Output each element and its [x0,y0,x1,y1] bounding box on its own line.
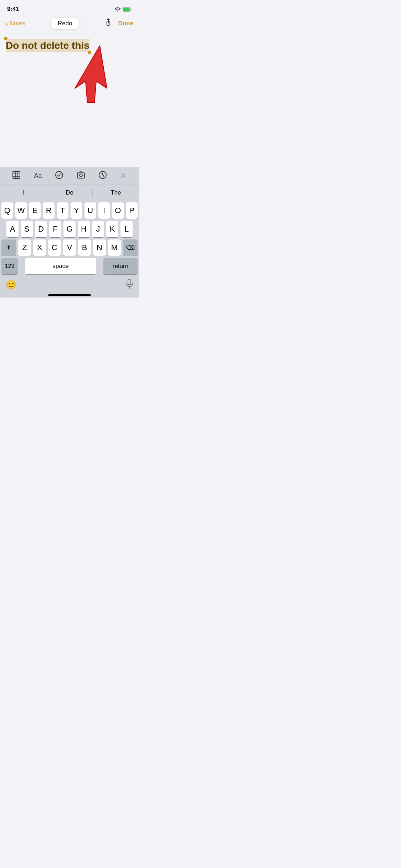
key-a[interactable]: A [6,221,19,237]
key-y[interactable]: Y [71,202,82,219]
status-time: 9:41 [7,6,19,13]
key-e[interactable]: E [29,202,41,219]
format-icon[interactable]: Aa [34,172,42,180]
key-b[interactable]: B [78,239,91,256]
selection-handle-right [88,51,91,54]
camera-icon[interactable] [77,171,85,181]
predictive-item-2[interactable]: Do [46,186,93,200]
key-x[interactable]: X [33,239,46,256]
microphone-button[interactable] [125,279,133,291]
share-icon [104,19,112,27]
keyboard: Q W E R T Y U I O P A S D F G H J K L ⬆ … [0,200,139,298]
svg-rect-1 [123,7,130,11]
chevron-left-icon: ‹ [6,20,8,28]
markup-icon[interactable] [98,171,107,181]
key-j[interactable]: J [92,221,104,237]
key-p[interactable]: P [126,202,138,219]
key-m[interactable]: M [108,239,121,256]
nav-center: Redo [50,17,80,30]
key-f[interactable]: F [49,221,61,237]
redo-button[interactable]: Redo [50,17,80,30]
nav-right: Done [104,19,133,29]
key-l[interactable]: L [120,221,133,237]
nav-bar: ‹ Notes Redo Done [0,16,139,31]
battery-icon [123,7,132,12]
delete-key[interactable]: ⌫ [123,239,138,256]
key-r[interactable]: R [43,202,55,219]
svg-rect-4 [13,171,20,179]
note-selected-wrapper: Do not delete this [6,38,89,52]
shift-key[interactable]: ⬆ [1,239,16,256]
svg-marker-3 [75,46,107,103]
keyboard-toolbar: Aa ✕ [0,167,139,185]
share-button[interactable] [104,19,112,29]
key-z[interactable]: Z [18,239,31,256]
keyboard-row-2: A S D F G H J K L [0,219,139,237]
key-q[interactable]: Q [1,202,13,219]
key-n[interactable]: N [93,239,106,256]
key-s[interactable]: S [21,221,33,237]
key-i[interactable]: I [98,202,110,219]
wifi-icon [115,7,120,11]
done-button[interactable]: Done [118,20,133,27]
keyboard-row-3: ⬆ Z X C V B N M ⌫ [0,237,139,256]
svg-point-9 [56,171,63,179]
status-icons [115,7,132,12]
return-key[interactable]: return [103,258,138,274]
home-bar [48,294,91,296]
back-label: Notes [10,20,25,27]
emoji-button[interactable]: 😊 [6,280,16,290]
key-g[interactable]: G [63,221,76,237]
keyboard-bottom-row: 123 space return [0,256,139,276]
home-indicator [0,292,139,298]
key-k[interactable]: K [106,221,118,237]
svg-rect-13 [128,279,131,285]
key-v[interactable]: V [63,239,76,256]
keyboard-row-1: Q W E R T Y U I O P [0,200,139,219]
numbers-key[interactable]: 123 [1,258,18,274]
bottom-controls: 😊 [0,276,139,292]
key-d[interactable]: D [35,221,47,237]
table-icon[interactable] [12,171,21,181]
key-u[interactable]: U [84,202,96,219]
space-key[interactable]: space [25,258,96,274]
checkmark-icon[interactable] [55,171,63,181]
close-keyboard-icon[interactable]: ✕ [120,171,127,181]
predictive-bar: I Do The [0,185,139,200]
back-button[interactable]: ‹ Notes [6,20,25,28]
predictive-item-3[interactable]: The [93,186,139,200]
status-bar: 9:41 [0,0,139,16]
note-area[interactable]: Do not delete this [0,31,139,167]
key-t[interactable]: T [57,202,68,219]
key-h[interactable]: H [78,221,90,237]
key-c[interactable]: C [48,239,61,256]
note-selected-text: Do not delete this [6,39,89,52]
key-w[interactable]: W [15,202,27,219]
predictive-item-1[interactable]: I [0,186,46,200]
svg-point-11 [79,174,82,177]
key-o[interactable]: O [112,202,124,219]
